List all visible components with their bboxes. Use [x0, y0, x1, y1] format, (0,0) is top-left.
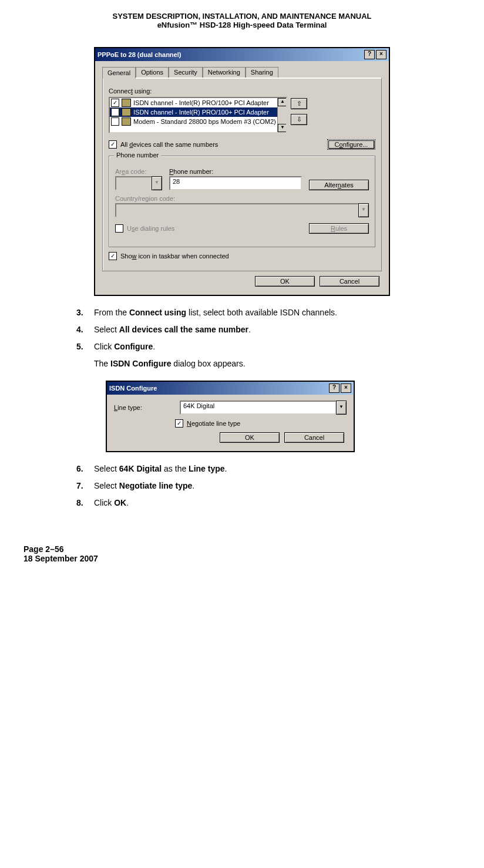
scroll-down-icon[interactable]: ▼: [278, 124, 287, 132]
tabstrip: General Options Security Networking Shar…: [102, 67, 382, 78]
dialog-title: ISDN Configure: [109, 385, 157, 392]
use-dialing-rules-checkbox[interactable]: [115, 224, 123, 233]
pppoe-properties-dialog: PPPoE to 28 (dual channel) ? × General O…: [94, 47, 390, 296]
ok-button[interactable]: OK: [255, 276, 315, 287]
device-listbox[interactable]: ✓ ISDN channel - Intel(R) PRO/100+ PCI A…: [109, 97, 287, 133]
step-item: 6. Select 64K Digital as the Line type.: [76, 463, 461, 475]
close-icon[interactable]: ×: [341, 383, 351, 393]
step-item: 7. Select Negotiate line type.: [76, 480, 461, 492]
step-list: 6. Select 64K Digital as the Line type. …: [76, 463, 461, 509]
device-text: ISDN channel - Intel(R) PRO/100+ PCI Ada…: [133, 99, 269, 106]
cancel-button[interactable]: Cancel: [284, 432, 344, 443]
use-dialing-rules-label: Use dialing rules: [127, 225, 174, 232]
checkbox-icon[interactable]: ✓: [111, 108, 119, 116]
horizontal-scrollbar[interactable]: ◄ ►: [110, 132, 286, 133]
vertical-scrollbar[interactable]: ▲ ▼: [277, 98, 286, 132]
chevron-down-icon: ▼: [358, 203, 369, 217]
step-item: 8. Click OK.: [76, 497, 461, 509]
tab-networking[interactable]: Networking: [203, 67, 246, 78]
step-item: 5. Click Configure.: [76, 341, 461, 353]
line-type-label: Line type:: [114, 404, 173, 411]
page-number: Page 2–56: [23, 544, 461, 554]
help-icon[interactable]: ?: [329, 383, 340, 393]
area-code-label: Area code:: [115, 168, 162, 175]
connect-using-label: Connect using:: [109, 88, 375, 95]
list-item[interactable]: ✓ ISDN channel - Intel(R) PRO/100+ PCI A…: [110, 107, 277, 117]
checkbox-icon[interactable]: ✓: [111, 99, 119, 107]
alternates-button[interactable]: Alternates: [309, 180, 369, 190]
area-code-input: [115, 176, 152, 190]
doc-header-title: SYSTEM DESCRIPTION, INSTALLATION, AND MA…: [23, 12, 461, 21]
adapter-icon: [122, 99, 131, 107]
line-type-select[interactable]: 64K Digital: [180, 401, 337, 415]
help-icon[interactable]: ?: [364, 50, 375, 59]
tab-general[interactable]: General: [102, 67, 136, 79]
page-date: 18 September 2007: [23, 554, 461, 563]
scroll-up-icon[interactable]: ▲: [278, 98, 287, 106]
tab-security[interactable]: Security: [169, 67, 203, 78]
ok-button[interactable]: OK: [220, 432, 280, 443]
rules-button: Rules: [309, 223, 369, 234]
phone-number-input[interactable]: 28: [169, 176, 302, 190]
tab-options[interactable]: Options: [136, 67, 169, 78]
list-item[interactable]: ✓ ISDN channel - Intel(R) PRO/100+ PCI A…: [110, 98, 277, 107]
step-item: 4. Select All devices call the same numb…: [76, 324, 461, 336]
step-list: 3. From the Connect using list, select b…: [76, 307, 461, 353]
move-up-button[interactable]: ⇧: [291, 98, 307, 109]
scroll-left-icon[interactable]: ◄: [110, 133, 119, 133]
modem-icon: [122, 117, 131, 126]
configure-button[interactable]: Configure...: [327, 139, 375, 150]
isdn-configure-dialog: ISDN Configure ? × Line type: 64K Digita…: [106, 381, 355, 452]
phone-number-label: Phone number:: [169, 168, 302, 175]
show-icon-label: Show icon in taskbar when connected: [120, 253, 229, 260]
scroll-right-icon[interactable]: ►: [277, 133, 286, 133]
step-item: 3. From the Connect using list, select b…: [76, 307, 461, 319]
phone-group-legend: Phone number: [114, 152, 161, 159]
doc-header-subtitle: eNfusion™ HSD-128 High-speed Data Termin…: [23, 21, 461, 29]
titlebar[interactable]: ISDN Configure ? ×: [107, 382, 354, 395]
move-down-button[interactable]: ⇩: [291, 114, 307, 125]
show-icon-checkbox[interactable]: ✓: [109, 252, 117, 260]
chevron-down-icon: ▼: [152, 176, 162, 190]
phone-number-group: Phone number Area code: ▼ Phone number: …: [109, 156, 375, 247]
page-footer: Page 2–56 18 September 2007: [23, 544, 461, 563]
all-devices-label: All devices call the same numbers: [120, 141, 218, 148]
chevron-down-icon[interactable]: ▼: [336, 401, 347, 415]
negotiate-line-type-checkbox[interactable]: ✓: [175, 419, 183, 428]
device-text: Modem - Standard 28800 bps Modem #3 (COM…: [133, 118, 276, 125]
tab-sharing[interactable]: Sharing: [246, 67, 278, 78]
list-item[interactable]: Modem - Standard 28800 bps Modem #3 (COM…: [110, 117, 277, 126]
titlebar[interactable]: PPPoE to 28 (dual channel) ? ×: [95, 48, 389, 61]
adapter-icon: [122, 108, 131, 116]
close-icon[interactable]: ×: [376, 50, 386, 59]
all-devices-checkbox[interactable]: ✓: [109, 140, 117, 149]
device-text: ISDN channel - Intel(R) PRO/100+ PCI Ada…: [133, 109, 269, 116]
checkbox-icon[interactable]: [111, 117, 119, 126]
country-code-input: [115, 203, 359, 217]
country-code-label: Country/region code:: [115, 195, 369, 202]
step-paragraph: The ISDN Configure dialog box appears.: [94, 358, 461, 370]
negotiate-line-type-label: Negotiate line type: [187, 420, 240, 427]
dialog-title: PPPoE to 28 (dual channel): [98, 51, 181, 58]
cancel-button[interactable]: Cancel: [320, 276, 379, 287]
